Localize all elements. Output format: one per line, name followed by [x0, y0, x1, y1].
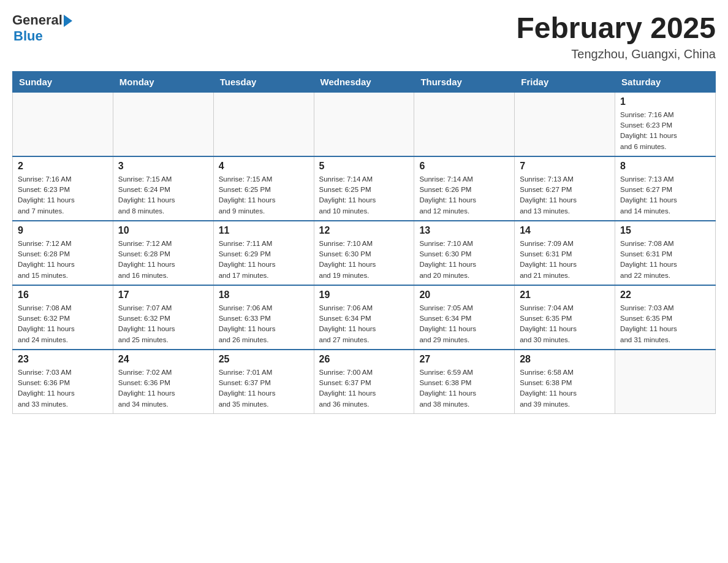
day-number: 27	[419, 354, 509, 365]
day-info: Sunrise: 7:14 AMSunset: 6:25 PMDaylight:…	[319, 174, 409, 216]
calendar-day-cell: 7Sunrise: 7:13 AMSunset: 6:27 PMDaylight…	[515, 156, 615, 221]
day-number: 18	[219, 289, 309, 301]
day-info: Sunrise: 7:16 AMSunset: 6:23 PMDaylight:…	[18, 174, 108, 216]
calendar-day-cell: 5Sunrise: 7:14 AMSunset: 6:25 PMDaylight…	[314, 156, 414, 221]
day-info: Sunrise: 7:12 AMSunset: 6:28 PMDaylight:…	[118, 239, 208, 281]
calendar-day-cell	[113, 92, 213, 156]
day-number: 16	[18, 289, 108, 301]
day-number: 2	[18, 161, 108, 172]
day-info: Sunrise: 7:05 AMSunset: 6:34 PMDaylight:…	[419, 303, 509, 345]
day-info: Sunrise: 7:03 AMSunset: 6:36 PMDaylight:…	[18, 367, 108, 410]
calendar-day-cell: 27Sunrise: 6:59 AMSunset: 6:38 PMDayligh…	[414, 350, 515, 414]
weekday-header-tuesday: Tuesday	[213, 71, 314, 92]
day-number: 22	[620, 289, 710, 301]
day-number: 26	[319, 354, 409, 365]
calendar-day-cell: 24Sunrise: 7:02 AMSunset: 6:36 PMDayligh…	[113, 350, 213, 414]
weekday-header-saturday: Saturday	[615, 71, 716, 92]
day-number: 10	[118, 225, 208, 236]
calendar-day-cell: 8Sunrise: 7:13 AMSunset: 6:27 PMDaylight…	[615, 156, 716, 221]
calendar-day-cell	[615, 350, 716, 414]
calendar-day-cell: 18Sunrise: 7:06 AMSunset: 6:33 PMDayligh…	[213, 285, 314, 350]
day-info: Sunrise: 7:04 AMSunset: 6:35 PMDaylight:…	[520, 303, 610, 345]
logo-general-text: General	[12, 12, 63, 28]
calendar-day-cell: 28Sunrise: 6:58 AMSunset: 6:38 PMDayligh…	[515, 350, 615, 414]
day-number: 20	[419, 289, 509, 301]
calendar-day-cell	[314, 92, 414, 156]
day-number: 25	[219, 354, 309, 365]
day-info: Sunrise: 7:13 AMSunset: 6:27 PMDaylight:…	[520, 174, 610, 216]
calendar-day-cell: 4Sunrise: 7:15 AMSunset: 6:25 PMDaylight…	[213, 156, 314, 221]
title-block: February 2025 Tengzhou, Guangxi, China	[516, 12, 716, 61]
day-number: 4	[219, 161, 309, 172]
logo-arrow-icon	[64, 15, 72, 27]
day-number: 12	[319, 225, 409, 236]
day-info: Sunrise: 7:15 AMSunset: 6:24 PMDaylight:…	[118, 174, 208, 216]
page-subtitle: Tengzhou, Guangxi, China	[516, 47, 716, 61]
day-info: Sunrise: 7:02 AMSunset: 6:36 PMDaylight:…	[118, 367, 208, 410]
day-number: 8	[620, 161, 710, 172]
day-number: 15	[620, 225, 710, 236]
calendar-day-cell: 17Sunrise: 7:07 AMSunset: 6:32 PMDayligh…	[113, 285, 213, 350]
weekday-header-thursday: Thursday	[414, 71, 515, 92]
page-header: General Blue February 2025 Tengzhou, Gua…	[12, 12, 716, 61]
day-info: Sunrise: 7:07 AMSunset: 6:32 PMDaylight:…	[118, 303, 208, 345]
calendar-day-cell: 21Sunrise: 7:04 AMSunset: 6:35 PMDayligh…	[515, 285, 615, 350]
day-number: 23	[18, 354, 108, 365]
day-info: Sunrise: 7:16 AMSunset: 6:23 PMDaylight:…	[620, 110, 710, 152]
calendar-day-cell: 25Sunrise: 7:01 AMSunset: 6:37 PMDayligh…	[213, 350, 314, 414]
calendar-day-cell: 12Sunrise: 7:10 AMSunset: 6:30 PMDayligh…	[314, 221, 414, 285]
calendar-week-row: 9Sunrise: 7:12 AMSunset: 6:28 PMDaylight…	[13, 221, 716, 285]
day-number: 28	[520, 354, 610, 365]
day-info: Sunrise: 7:03 AMSunset: 6:35 PMDaylight:…	[620, 303, 710, 345]
page-title: February 2025	[516, 12, 716, 45]
weekday-header-wednesday: Wednesday	[314, 71, 414, 92]
day-info: Sunrise: 7:15 AMSunset: 6:25 PMDaylight:…	[219, 174, 309, 216]
day-info: Sunrise: 6:58 AMSunset: 6:38 PMDaylight:…	[520, 367, 610, 410]
day-info: Sunrise: 7:08 AMSunset: 6:32 PMDaylight:…	[18, 303, 108, 345]
day-number: 17	[118, 289, 208, 301]
calendar-day-cell: 9Sunrise: 7:12 AMSunset: 6:28 PMDaylight…	[13, 221, 113, 285]
day-number: 13	[419, 225, 509, 236]
weekday-header-sunday: Sunday	[13, 71, 113, 92]
day-number: 21	[520, 289, 610, 301]
day-number: 9	[18, 225, 108, 236]
day-info: Sunrise: 7:09 AMSunset: 6:31 PMDaylight:…	[520, 239, 610, 281]
day-number: 11	[219, 225, 309, 236]
day-number: 7	[520, 161, 610, 172]
day-number: 24	[118, 354, 208, 365]
day-number: 6	[419, 161, 509, 172]
day-number: 19	[319, 289, 409, 301]
calendar-week-row: 2Sunrise: 7:16 AMSunset: 6:23 PMDaylight…	[13, 156, 716, 221]
calendar-day-cell: 26Sunrise: 7:00 AMSunset: 6:37 PMDayligh…	[314, 350, 414, 414]
calendar-day-cell: 2Sunrise: 7:16 AMSunset: 6:23 PMDaylight…	[13, 156, 113, 221]
calendar-day-cell	[414, 92, 515, 156]
day-info: Sunrise: 7:01 AMSunset: 6:37 PMDaylight:…	[219, 367, 309, 410]
calendar-day-cell	[13, 92, 113, 156]
day-number: 3	[118, 161, 208, 172]
day-info: Sunrise: 7:00 AMSunset: 6:37 PMDaylight:…	[319, 367, 409, 410]
logo: General Blue	[12, 12, 72, 44]
calendar-day-cell: 13Sunrise: 7:10 AMSunset: 6:30 PMDayligh…	[414, 221, 515, 285]
calendar-header-row: SundayMondayTuesdayWednesdayThursdayFrid…	[13, 71, 716, 92]
calendar-week-row: 23Sunrise: 7:03 AMSunset: 6:36 PMDayligh…	[13, 350, 716, 414]
day-number: 1	[620, 96, 710, 107]
calendar-day-cell	[515, 92, 615, 156]
logo-blue-text: Blue	[13, 28, 43, 44]
calendar-week-row: 16Sunrise: 7:08 AMSunset: 6:32 PMDayligh…	[13, 285, 716, 350]
day-info: Sunrise: 7:10 AMSunset: 6:30 PMDaylight:…	[419, 239, 509, 281]
calendar-table: SundayMondayTuesdayWednesdayThursdayFrid…	[12, 71, 716, 414]
calendar-day-cell: 11Sunrise: 7:11 AMSunset: 6:29 PMDayligh…	[213, 221, 314, 285]
calendar-day-cell: 22Sunrise: 7:03 AMSunset: 6:35 PMDayligh…	[615, 285, 716, 350]
day-info: Sunrise: 7:12 AMSunset: 6:28 PMDaylight:…	[18, 239, 108, 281]
day-info: Sunrise: 7:06 AMSunset: 6:33 PMDaylight:…	[219, 303, 309, 345]
calendar-day-cell: 10Sunrise: 7:12 AMSunset: 6:28 PMDayligh…	[113, 221, 213, 285]
calendar-day-cell: 15Sunrise: 7:08 AMSunset: 6:31 PMDayligh…	[615, 221, 716, 285]
day-info: Sunrise: 7:13 AMSunset: 6:27 PMDaylight:…	[620, 174, 710, 216]
weekday-header-monday: Monday	[113, 71, 213, 92]
day-info: Sunrise: 7:11 AMSunset: 6:29 PMDaylight:…	[219, 239, 309, 281]
weekday-header-friday: Friday	[515, 71, 615, 92]
calendar-day-cell: 23Sunrise: 7:03 AMSunset: 6:36 PMDayligh…	[13, 350, 113, 414]
calendar-week-row: 1Sunrise: 7:16 AMSunset: 6:23 PMDaylight…	[13, 92, 716, 156]
calendar-day-cell: 1Sunrise: 7:16 AMSunset: 6:23 PMDaylight…	[615, 92, 716, 156]
day-info: Sunrise: 6:59 AMSunset: 6:38 PMDaylight:…	[419, 367, 509, 410]
